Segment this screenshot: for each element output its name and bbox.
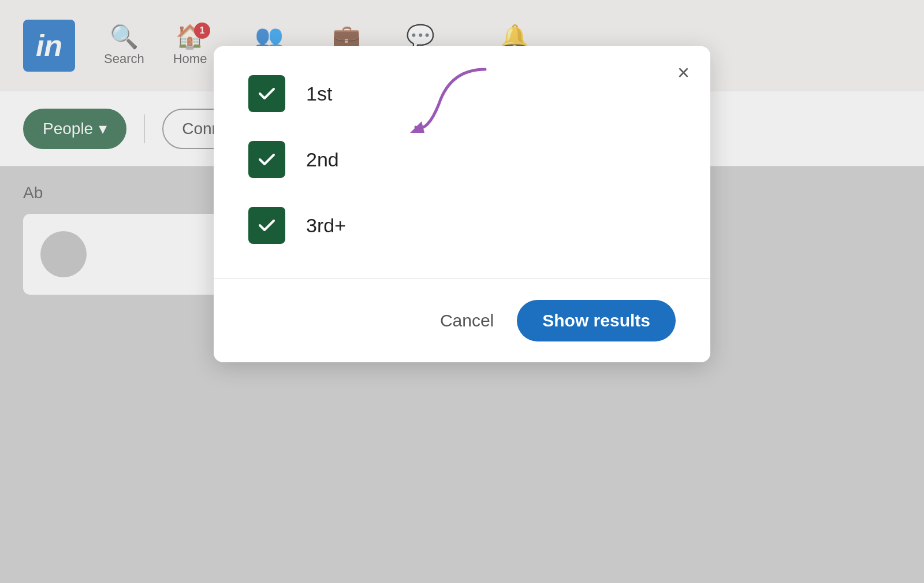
modal-body: × 1st 2nd 3rd+ <box>214 46 710 278</box>
label-2nd: 2nd <box>306 148 339 171</box>
checkbox-item-2nd: 2nd <box>248 141 676 178</box>
checkbox-1st[interactable] <box>248 75 285 112</box>
cancel-button[interactable]: Cancel <box>440 311 494 331</box>
checkbox-2nd[interactable] <box>248 141 285 178</box>
checkbox-3rd[interactable] <box>248 207 285 244</box>
checkbox-item-3rd: 3rd+ <box>248 207 676 244</box>
close-button[interactable]: × <box>677 62 690 83</box>
connections-modal: × 1st 2nd 3rd+ <box>214 46 710 362</box>
label-1st: 1st <box>306 83 332 105</box>
show-results-button[interactable]: Show results <box>517 300 676 341</box>
checkbox-item-1st: 1st <box>248 75 676 112</box>
modal-footer: Cancel Show results <box>214 278 710 362</box>
label-3rd: 3rd+ <box>306 214 346 237</box>
